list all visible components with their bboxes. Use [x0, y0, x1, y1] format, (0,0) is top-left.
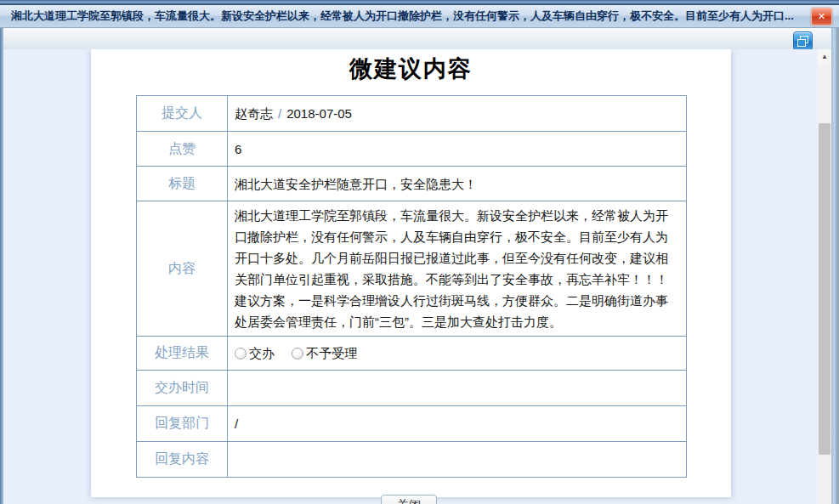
submit-date: 2018-07-05 [286, 106, 352, 121]
suggestion-content: 湘北大道理工学院至郭镇段，车流量很大。新设安全护栏以来，经常被人为开口撤除护栏，… [228, 201, 687, 337]
table-row-content: 内容 湘北大道理工学院至郭镇段，车流量很大。新设安全护栏以来，经常被人为开口撤除… [137, 201, 687, 337]
submitter-name: 赵奇志 [235, 106, 273, 121]
row-label: 处理结果 [137, 337, 228, 371]
table-row-title: 标题 湘北大道安全护栏随意开口，安全隐患大！ [137, 167, 687, 201]
row-label: 标题 [137, 167, 228, 201]
table-row-submitter: 提交人 赵奇志/2018-07-05 [137, 96, 687, 132]
window-toolbar [3, 28, 831, 50]
suggestion-detail-table: 提交人 赵奇志/2018-07-05 点赞 6 标题 湘北大道安全护栏随意开口，… [136, 95, 687, 478]
reply-dept-value: / [228, 406, 687, 442]
radio-icon[interactable] [292, 348, 303, 360]
restore-window-button[interactable] [793, 31, 813, 51]
scroll-up-icon[interactable]: ▲ [818, 49, 831, 64]
assign-time-value [228, 371, 687, 406]
close-icon[interactable]: ✕ [811, 8, 832, 25]
radio-label: 交办 [249, 346, 275, 360]
radio-label: 不予受理 [306, 346, 357, 360]
window-title: 湘北大道理工学院至郭镇段，车流量很大。新设安全护栏以来，经常被人为开口撤除护栏，… [11, 8, 804, 24]
row-label: 内容 [137, 201, 228, 337]
row-label: 点赞 [137, 132, 228, 167]
separator-slash: / [273, 106, 286, 121]
restore-window-icon [797, 36, 808, 47]
row-label: 提交人 [137, 96, 228, 132]
reply-content-value [228, 442, 687, 478]
table-row-likes: 点赞 6 [137, 132, 687, 167]
radio-icon[interactable] [235, 348, 247, 360]
radio-option-assign[interactable]: 交办 [235, 346, 275, 360]
page-content-area: 微建议内容 提交人 赵奇志/2018-07-05 点赞 6 标题 湘北大道安全护… [3, 49, 831, 504]
close-page-button[interactable]: 关闭 [381, 495, 437, 504]
row-label: 交办时间 [137, 371, 228, 406]
modal-window: 湘北大道理工学院至郭镇段，车流量很大。新设安全护栏以来，经常被人为开口撤除护栏，… [0, 0, 839, 504]
page-title: 微建议内容 [91, 49, 731, 84]
row-value: 赵奇志/2018-07-05 [228, 96, 687, 132]
likes-count: 6 [228, 132, 687, 167]
window-right-frame [831, 5, 839, 504]
vertical-scrollbar[interactable]: ▲ [818, 49, 831, 504]
row-label: 回复部门 [137, 406, 228, 442]
scrollbar-thumb[interactable] [819, 123, 830, 455]
window-titlebar: 湘北大道理工学院至郭镇段，车流量很大。新设安全护栏以来，经常被人为开口撤除护栏，… [0, 5, 839, 28]
radio-option-reject[interactable]: 不予受理 [292, 346, 357, 360]
row-label: 回复内容 [137, 442, 228, 478]
suggestion-detail-page: 微建议内容 提交人 赵奇志/2018-07-05 点赞 6 标题 湘北大道安全护… [91, 49, 731, 497]
table-row-reply-dept: 回复部门 / [137, 406, 687, 442]
table-row-assign-time: 交办时间 [137, 371, 687, 406]
table-row-result: 处理结果 交办 不予受理 [137, 337, 687, 371]
suggestion-title: 湘北大道安全护栏随意开口，安全隐患大！ [228, 167, 687, 201]
result-options: 交办 不予受理 [228, 337, 687, 371]
table-row-reply-content: 回复内容 [137, 442, 687, 478]
